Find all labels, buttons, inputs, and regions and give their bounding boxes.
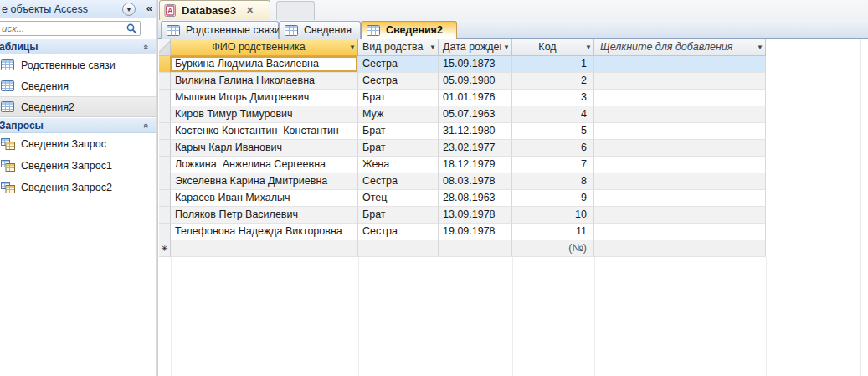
- cell-fio[interactable]: Карасев Иван Михалыч: [171, 190, 358, 207]
- cell-date[interactable]: 28.08.1963: [439, 190, 512, 207]
- cell-fio[interactable]: Карыч Карл Иванович: [171, 140, 358, 157]
- cell-add[interactable]: [594, 123, 766, 140]
- doc-tab-database3[interactable]: A Database3 ✕: [159, 0, 270, 20]
- row-selector[interactable]: [159, 90, 171, 106]
- row-selector[interactable]: [159, 173, 171, 190]
- cell-kod[interactable]: 10: [512, 207, 594, 224]
- search-input[interactable]: иск...: [0, 21, 141, 36]
- cell-fio[interactable]: Вилкина Галина Николаевна: [171, 73, 358, 90]
- cell-kod[interactable]: 3: [512, 90, 594, 106]
- cell-add[interactable]: [594, 73, 766, 90]
- cell-date[interactable]: 18.12.1979: [439, 157, 512, 173]
- cell-vid[interactable]: Брат: [358, 123, 439, 140]
- cell-fio[interactable]: Телефонова Надежда Викторовна: [171, 224, 358, 240]
- sidebar-item-родственные-связи[interactable]: Родственные связи: [0, 54, 156, 75]
- cell-fio[interactable]: Буркина Людмила Василевна: [171, 56, 358, 73]
- collapse-pane-button[interactable]: «: [146, 2, 152, 14]
- search-icon[interactable]: [126, 23, 137, 34]
- cell-vid[interactable]: Жена: [358, 157, 439, 173]
- row-selector[interactable]: [159, 224, 171, 240]
- cell-add[interactable]: [594, 157, 766, 173]
- row-selector[interactable]: [159, 190, 171, 207]
- cell-add[interactable]: [594, 140, 766, 157]
- row-selector[interactable]: [159, 106, 171, 123]
- row-selector[interactable]: [159, 123, 171, 140]
- cell-add[interactable]: [594, 90, 766, 106]
- row-selector[interactable]: [159, 140, 171, 157]
- cell-vid[interactable]: Брат: [358, 207, 439, 224]
- cell-date[interactable]: 05.07.1963: [439, 106, 512, 123]
- cell-kod[interactable]: 4: [512, 106, 594, 123]
- cell-add[interactable]: [594, 190, 766, 207]
- cell-vid[interactable]: Сестра: [358, 224, 439, 240]
- sidebar-item-сведения-запрос1[interactable]: Сведения Запрос1: [0, 155, 156, 177]
- new-record-cell-vid[interactable]: [358, 240, 439, 257]
- new-record-selector[interactable]: ✳: [159, 240, 171, 257]
- row-selector[interactable]: [159, 207, 171, 224]
- new-record-cell-add[interactable]: [594, 240, 766, 257]
- nav-section-header[interactable]: Запросы«: [0, 117, 156, 133]
- cell-vid[interactable]: Муж: [358, 106, 439, 123]
- sidebar-item-сведения[interactable]: Сведения: [0, 75, 156, 96]
- row-selector[interactable]: [159, 73, 171, 90]
- cell-vid[interactable]: Сестра: [358, 73, 439, 90]
- cell-date[interactable]: 31.12.1980: [439, 123, 512, 140]
- column-header-date[interactable]: Дата рождения▼: [439, 39, 512, 56]
- nav-pane-titlebar[interactable]: е объекты Access ▼ «: [0, 0, 156, 18]
- cell-add[interactable]: [594, 106, 766, 123]
- nav-pane-menu-button[interactable]: ▼: [122, 3, 136, 16]
- nav-section-header[interactable]: аблицы«: [0, 39, 156, 54]
- cell-fio[interactable]: Экселевна Карина Дмитриевна: [171, 173, 358, 190]
- chevron-up-icon[interactable]: «: [141, 123, 152, 128]
- cell-vid[interactable]: Сестра: [358, 173, 439, 190]
- cell-date[interactable]: 05.09.1980: [439, 73, 512, 90]
- cell-kod[interactable]: 7: [512, 157, 594, 173]
- cell-add[interactable]: [594, 224, 766, 240]
- tab-сведения2[interactable]: Сведения2: [361, 21, 457, 39]
- cell-kod[interactable]: 6: [512, 140, 594, 157]
- row-selector[interactable]: [159, 56, 171, 73]
- column-dropdown-icon[interactable]: ▼: [503, 39, 510, 56]
- column-dropdown-icon[interactable]: ▼: [585, 39, 592, 56]
- cell-kod[interactable]: 1: [512, 56, 594, 73]
- column-header-fio[interactable]: ФИО родственника▼: [171, 39, 358, 56]
- cell-date[interactable]: 23.02.1977: [439, 140, 512, 157]
- column-header-add[interactable]: Щелкните для добавления▼: [594, 39, 766, 56]
- cell-fio[interactable]: Ложкина Анжелина Сергеевна: [171, 157, 358, 173]
- cell-kod[interactable]: 9: [512, 190, 594, 207]
- column-dropdown-icon[interactable]: ▼: [349, 39, 356, 56]
- sidebar-item-сведения-запрос[interactable]: Сведения Запрос: [0, 133, 156, 155]
- cell-add[interactable]: [594, 173, 766, 190]
- chevron-up-icon[interactable]: «: [141, 44, 152, 49]
- new-record-cell-fio[interactable]: [171, 240, 358, 257]
- cell-kod[interactable]: 2: [512, 73, 594, 90]
- cell-vid[interactable]: Брат: [358, 90, 439, 106]
- cell-kod[interactable]: 5: [512, 123, 594, 140]
- cell-fio[interactable]: Поляков Петр Василевич: [171, 207, 358, 224]
- row-selector[interactable]: [159, 157, 171, 173]
- sidebar-item-сведения-запрос2[interactable]: Сведения Запрос2: [0, 177, 156, 198]
- cell-vid[interactable]: Сестра: [358, 56, 439, 73]
- cell-date[interactable]: 13.09.1978: [439, 207, 512, 224]
- column-header-kod[interactable]: Код▼: [512, 39, 594, 56]
- tab-сведения[interactable]: Сведения: [279, 21, 361, 39]
- column-dropdown-icon[interactable]: ▼: [429, 39, 436, 56]
- cell-kod[interactable]: 11: [512, 224, 594, 240]
- cell-fio[interactable]: Мышкин Игорь Дмитреевич: [171, 90, 358, 106]
- cell-vid[interactable]: Отец: [358, 190, 439, 207]
- cell-date[interactable]: 08.03.1978: [439, 173, 512, 190]
- cell-add[interactable]: [594, 56, 766, 73]
- cell-add[interactable]: [594, 207, 766, 224]
- cell-kod[interactable]: 8: [512, 173, 594, 190]
- cell-date[interactable]: 01.01.1976: [439, 90, 512, 106]
- close-icon[interactable]: ✕: [246, 5, 254, 16]
- new-record-cell-kod[interactable]: (№): [512, 240, 594, 257]
- column-dropdown-icon[interactable]: ▼: [757, 39, 763, 56]
- cell-date[interactable]: 15.09.1873: [439, 56, 512, 73]
- cell-fio[interactable]: Киров Тимур Тимурович: [171, 106, 358, 123]
- new-record-cell-date[interactable]: [439, 240, 512, 257]
- cell-vid[interactable]: Брат: [358, 140, 439, 157]
- tab-родственные-связи[interactable]: Родственные связи: [161, 21, 279, 39]
- cell-fio[interactable]: Костенко Константин Константин: [171, 123, 358, 140]
- sidebar-item-сведения2[interactable]: Сведения2: [0, 96, 156, 117]
